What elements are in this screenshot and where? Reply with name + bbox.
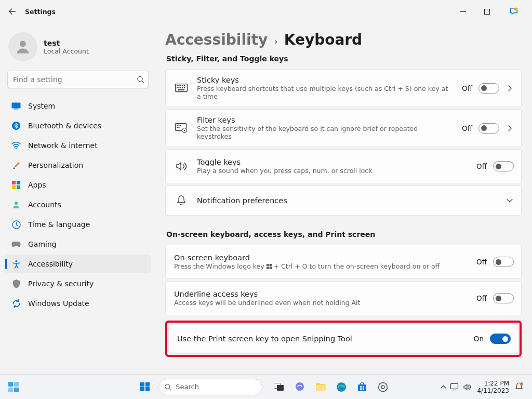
toggle-sticky-keys[interactable] (478, 83, 499, 94)
notification-bell-icon (514, 382, 524, 391)
breadcrumb-parent[interactable]: Accessibility (165, 31, 268, 48)
clock-globe-icon (11, 220, 21, 229)
svg-point-3 (138, 76, 142, 81)
svg-rect-45 (277, 385, 284, 391)
search-icon (164, 383, 171, 391)
taskbar-explorer[interactable] (311, 378, 330, 396)
apps-icon (11, 180, 21, 190)
setting-filter-keys[interactable]: Filter keys Set the sensitivity of the k… (165, 109, 522, 147)
svg-point-12 (15, 202, 18, 205)
sidebar-item-accounts[interactable]: Accounts (5, 195, 151, 214)
svg-rect-39 (8, 382, 13, 387)
sidebar-item-label: Windows Update (28, 299, 89, 308)
svg-rect-16 (177, 85, 178, 86)
avatar (8, 32, 37, 61)
toggle-filter-keys[interactable] (478, 123, 499, 134)
svg-rect-20 (184, 85, 185, 86)
taskbar-search[interactable]: Search (158, 379, 262, 395)
sidebar-item-label: Personalization (28, 161, 83, 169)
sidebar-item-label: Accounts (28, 201, 61, 209)
svg-rect-9 (17, 181, 20, 184)
sidebar-item-apps[interactable]: Apps (5, 176, 151, 194)
person-icon (14, 38, 32, 56)
feedback-icon (509, 7, 518, 16)
windows-logo-icon (140, 382, 150, 392)
svg-rect-4 (12, 103, 21, 109)
chevron-right-icon[interactable] (506, 85, 514, 91)
sidebar-item-system[interactable]: System (5, 97, 151, 115)
taskbar-edge[interactable] (332, 378, 351, 396)
taskbar-settings[interactable] (374, 378, 392, 396)
svg-rect-32 (179, 127, 180, 128)
sidebar-item-update[interactable]: Windows Update (5, 294, 151, 313)
svg-rect-29 (179, 125, 180, 126)
chevron-up-icon[interactable] (441, 385, 446, 389)
back-button[interactable] (4, 3, 21, 20)
sidebar-item-label: Gaming (28, 240, 57, 248)
section-label-osk: On-screen keyboard, access keys, and Pri… (166, 230, 522, 238)
taskbar-store[interactable] (353, 378, 371, 396)
person-icon (11, 200, 21, 209)
setting-toggle-keys[interactable]: Toggle keys Play a sound when you press … (165, 149, 522, 183)
svg-point-57 (520, 382, 523, 385)
svg-rect-5 (14, 109, 18, 109)
svg-rect-52 (360, 388, 362, 390)
toggle-state: Off (462, 124, 472, 132)
highlighted-setting: Use the Print screen key to open Snippin… (165, 321, 522, 357)
svg-rect-40 (14, 382, 19, 387)
setting-notification-preferences[interactable]: Notification preferences (165, 185, 522, 216)
sidebar-item-accessibility[interactable]: Accessibility (5, 255, 151, 273)
sidebar-item-privacy[interactable]: Privacy & security (5, 274, 151, 293)
svg-rect-22 (179, 87, 180, 88)
taskbar-chat[interactable] (290, 378, 309, 396)
toggle-on-screen-keyboard[interactable] (493, 257, 514, 267)
setting-on-screen-keyboard[interactable]: On-screen keyboard Press the Windows log… (165, 245, 522, 279)
svg-rect-17 (179, 85, 180, 86)
setting-description: Play a sound when you press caps, num, o… (197, 167, 468, 175)
setting-print-screen-snipping[interactable]: Use the Print screen key to open Snippin… (168, 324, 518, 354)
setting-sticky-keys[interactable]: Sticky keys Press keyboard shortcuts tha… (165, 69, 522, 107)
taskbar-clock[interactable]: 1:22 PM 4/11/2023 (477, 380, 509, 394)
feedback-button[interactable] (502, 3, 526, 20)
sidebar-item-label: Time & language (28, 220, 90, 229)
volume-tray-icon[interactable] (463, 383, 472, 391)
section-label-sticky: Sticky, Filter, and Toggle keys (166, 55, 522, 63)
notification-center-button[interactable] (514, 382, 525, 392)
svg-rect-19 (182, 85, 183, 86)
account-block[interactable]: test Local Account (5, 29, 151, 71)
chevron-right-icon[interactable] (506, 125, 514, 131)
setting-title: Use the Print screen key to open Snippin… (177, 335, 466, 343)
svg-rect-23 (180, 87, 181, 88)
chevron-down-icon[interactable] (506, 198, 514, 203)
svg-point-43 (165, 384, 170, 389)
svg-rect-42 (14, 388, 19, 392)
task-view-button[interactable] (270, 378, 288, 396)
start-button[interactable] (136, 378, 154, 396)
toggle-print-screen-snipping[interactable] (490, 334, 511, 344)
wifi-icon (11, 141, 21, 150)
sidebar-item-network[interactable]: Network & internet (5, 136, 151, 155)
sidebar-item-bluetooth[interactable]: Bluetooth & devices (5, 116, 151, 135)
brush-icon (11, 161, 21, 170)
sidebar-item-gaming[interactable]: Gaming (5, 235, 151, 254)
sidebar-item-time[interactable]: Time & language (5, 215, 151, 234)
svg-rect-26 (178, 89, 184, 90)
sidebar-item-personalization[interactable]: Personalization (5, 156, 151, 175)
system-tray[interactable] (441, 383, 472, 391)
network-tray-icon[interactable] (450, 383, 459, 391)
shield-icon (11, 279, 21, 288)
widgets-button[interactable] (4, 378, 23, 396)
widgets-icon (8, 381, 19, 393)
minimize-button[interactable] (451, 3, 475, 20)
svg-rect-47 (316, 385, 326, 391)
sidebar-item-label: System (28, 102, 55, 110)
taskbar: Search 1:22 PM 4/11/2023 (0, 374, 532, 399)
toggle-underline-access-keys[interactable] (493, 293, 514, 303)
maximize-button[interactable] (475, 3, 499, 20)
setting-description: Set the sensitivity of the keyboard so i… (197, 125, 454, 140)
svg-point-55 (381, 385, 384, 389)
bluetooth-icon (11, 121, 21, 130)
search-input[interactable] (7, 71, 149, 88)
setting-underline-access-keys[interactable]: Underline access keys Access keys will b… (165, 281, 522, 315)
toggle-toggle-keys[interactable] (493, 161, 514, 171)
